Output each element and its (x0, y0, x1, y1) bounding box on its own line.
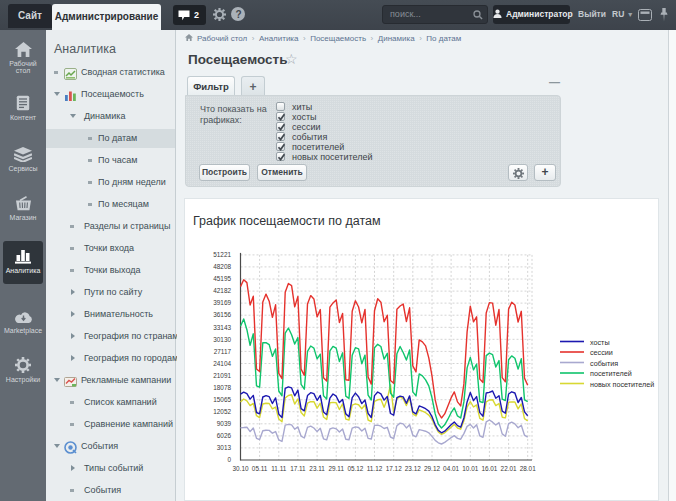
svg-text:48208: 48208 (213, 263, 231, 270)
svg-text:39169: 39169 (213, 299, 231, 306)
svg-text:9039: 9039 (217, 420, 232, 427)
svg-text:хосты: хосты (590, 338, 610, 347)
svg-text:сессии: сессии (590, 348, 613, 357)
svg-text:29.11: 29.11 (328, 465, 344, 472)
svg-text:28.01: 28.01 (520, 465, 536, 472)
svg-text:45195: 45195 (213, 275, 231, 282)
svg-text:33143: 33143 (213, 324, 231, 331)
svg-text:3013: 3013 (217, 444, 232, 451)
svg-text:22.01: 22.01 (501, 465, 517, 472)
svg-text:6026: 6026 (217, 432, 232, 439)
svg-text:29.12: 29.12 (424, 465, 440, 472)
svg-text:51221: 51221 (213, 251, 231, 258)
svg-text:11.12: 11.12 (367, 465, 383, 472)
svg-text:новых посетителей: новых посетителей (590, 380, 654, 389)
svg-text:04.01: 04.01 (443, 465, 459, 472)
svg-text:23.11: 23.11 (309, 465, 325, 472)
svg-text:16.01: 16.01 (481, 465, 497, 472)
svg-text:12052: 12052 (213, 408, 231, 415)
svg-text:30.10: 30.10 (233, 465, 249, 472)
svg-text:24104: 24104 (213, 360, 231, 367)
svg-text:0: 0 (227, 456, 231, 463)
svg-text:05.12: 05.12 (347, 465, 363, 472)
svg-text:21091: 21091 (213, 372, 231, 379)
svg-text:события: события (590, 359, 618, 368)
svg-text:27117: 27117 (214, 348, 232, 355)
svg-text:17.11: 17.11 (290, 465, 306, 472)
svg-text:17.12: 17.12 (386, 465, 402, 472)
svg-text:11.11: 11.11 (271, 465, 286, 472)
svg-text:23.12: 23.12 (405, 465, 421, 472)
svg-text:30130: 30130 (213, 336, 231, 343)
svg-text:посетителей: посетителей (590, 369, 632, 378)
svg-text:42182: 42182 (213, 287, 231, 294)
svg-text:18078: 18078 (213, 384, 231, 391)
svg-text:15065: 15065 (213, 396, 231, 403)
svg-text:05.11: 05.11 (252, 465, 268, 472)
svg-text:36156: 36156 (213, 311, 231, 318)
svg-text:10.01: 10.01 (462, 465, 478, 472)
